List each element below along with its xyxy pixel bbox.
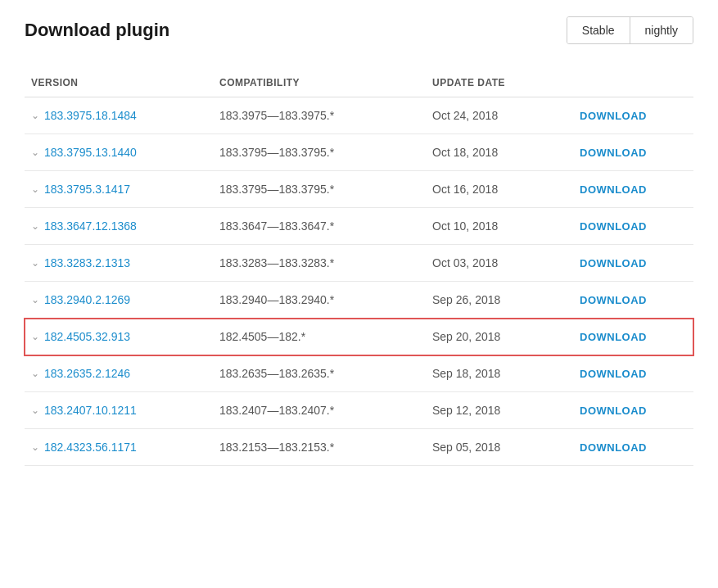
table-row: ⌄ 183.3647.12.1368 183.3647—183.3647.* O… bbox=[25, 208, 693, 245]
table-row: ⌄ 183.3975.18.1484 183.3975—183.3975.* O… bbox=[25, 97, 693, 134]
download-cell: DOWNLOAD bbox=[573, 319, 693, 355]
plugin-table-container: VERSION COMPATIBILITY UPDATE DATE ⌄ 183.… bbox=[0, 52, 718, 482]
col-header-download bbox=[573, 69, 693, 97]
version-cell: ⌄ 183.2407.10.1211 bbox=[25, 392, 213, 429]
download-cell: DOWNLOAD bbox=[573, 245, 693, 282]
update-date-cell: Sep 20, 2018 bbox=[426, 319, 573, 355]
expand-chevron-icon[interactable]: ⌄ bbox=[31, 405, 39, 416]
version-link[interactable]: 182.4505.32.913 bbox=[44, 330, 130, 343]
download-button[interactable]: DOWNLOAD bbox=[580, 183, 647, 196]
version-cell: ⌄ 183.3647.12.1368 bbox=[25, 208, 213, 245]
update-date-cell: Sep 18, 2018 bbox=[426, 355, 573, 392]
page-title: Download plugin bbox=[25, 20, 169, 41]
col-header-compatibility: COMPATIBILITY bbox=[213, 69, 426, 97]
plugin-table: VERSION COMPATIBILITY UPDATE DATE ⌄ 183.… bbox=[25, 69, 693, 466]
table-row: ⌄ 182.4505.32.913 182.4505—182.* Sep 20,… bbox=[25, 319, 693, 355]
expand-chevron-icon[interactable]: ⌄ bbox=[31, 257, 39, 269]
version-link[interactable]: 183.3795.13.1440 bbox=[44, 146, 137, 159]
page-header: Download plugin Stable nightly bbox=[0, 0, 718, 52]
compatibility-cell: 183.2635—183.2635.* bbox=[213, 355, 426, 392]
update-date-cell: Sep 26, 2018 bbox=[426, 282, 573, 319]
version-link[interactable]: 183.2407.10.1211 bbox=[44, 404, 137, 417]
version-cell: ⌄ 183.2940.2.1269 bbox=[25, 282, 213, 319]
nightly-toggle-button[interactable]: nightly bbox=[630, 17, 693, 43]
expand-chevron-icon[interactable]: ⌄ bbox=[31, 220, 39, 232]
update-date-cell: Sep 12, 2018 bbox=[426, 392, 573, 429]
compatibility-cell: 183.3795—183.3795.* bbox=[213, 171, 426, 208]
table-body: ⌄ 183.3975.18.1484 183.3975—183.3975.* O… bbox=[25, 97, 693, 466]
download-cell: DOWNLOAD bbox=[573, 392, 693, 429]
expand-chevron-icon[interactable]: ⌄ bbox=[31, 183, 39, 195]
download-button[interactable]: DOWNLOAD bbox=[580, 257, 647, 269]
expand-chevron-icon[interactable]: ⌄ bbox=[31, 441, 39, 453]
version-link[interactable]: 183.2635.2.1246 bbox=[44, 367, 130, 380]
download-button[interactable]: DOWNLOAD bbox=[580, 147, 647, 159]
table-row: ⌄ 183.2940.2.1269 183.2940—183.2940.* Se… bbox=[25, 282, 693, 319]
download-button[interactable]: DOWNLOAD bbox=[580, 441, 647, 454]
version-cell: ⌄ 182.4323.56.1171 bbox=[25, 429, 213, 466]
update-date-cell: Sep 05, 2018 bbox=[426, 429, 573, 466]
table-row: ⌄ 183.2407.10.1211 183.2407—183.2407.* S… bbox=[25, 392, 693, 429]
download-cell: DOWNLOAD bbox=[573, 208, 693, 245]
table-row: ⌄ 183.3795.3.1417 183.3795—183.3795.* Oc… bbox=[25, 171, 693, 208]
expand-chevron-icon[interactable]: ⌄ bbox=[31, 294, 39, 305]
version-link[interactable]: 182.4323.56.1171 bbox=[44, 441, 137, 454]
compatibility-cell: 183.3795—183.3795.* bbox=[213, 134, 426, 171]
compatibility-cell: 183.3647—183.3647.* bbox=[213, 208, 426, 245]
col-header-update-date: UPDATE DATE bbox=[426, 69, 573, 97]
download-cell: DOWNLOAD bbox=[573, 282, 693, 319]
compatibility-cell: 183.3283—183.3283.* bbox=[213, 245, 426, 282]
col-header-version: VERSION bbox=[25, 69, 213, 97]
version-link[interactable]: 183.3795.3.1417 bbox=[44, 183, 130, 196]
update-date-cell: Oct 16, 2018 bbox=[426, 171, 573, 208]
version-link[interactable]: 183.3647.12.1368 bbox=[44, 219, 137, 233]
version-cell: ⌄ 183.3283.2.1313 bbox=[25, 245, 213, 282]
expand-chevron-icon[interactable]: ⌄ bbox=[31, 147, 39, 158]
version-cell: ⌄ 183.2635.2.1246 bbox=[25, 355, 213, 392]
download-button[interactable]: DOWNLOAD bbox=[580, 368, 647, 380]
compatibility-cell: 183.2153—183.2153.* bbox=[213, 429, 426, 466]
expand-chevron-icon[interactable]: ⌄ bbox=[31, 368, 39, 379]
download-cell: DOWNLOAD bbox=[573, 355, 693, 392]
compatibility-cell: 183.2407—183.2407.* bbox=[213, 392, 426, 429]
version-cell: ⌄ 183.3795.3.1417 bbox=[25, 171, 213, 208]
update-date-cell: Oct 10, 2018 bbox=[426, 208, 573, 245]
download-cell: DOWNLOAD bbox=[573, 134, 693, 171]
update-date-cell: Oct 18, 2018 bbox=[426, 134, 573, 171]
update-date-cell: Oct 03, 2018 bbox=[426, 245, 573, 282]
version-link[interactable]: 183.2940.2.1269 bbox=[44, 293, 130, 306]
version-cell: ⌄ 183.3795.13.1440 bbox=[25, 134, 213, 171]
version-toggle-group: Stable nightly bbox=[567, 16, 693, 44]
download-button[interactable]: DOWNLOAD bbox=[580, 294, 647, 306]
compatibility-cell: 182.4505—182.* bbox=[213, 319, 426, 355]
compatibility-cell: 183.2940—183.2940.* bbox=[213, 282, 426, 319]
update-date-cell: Oct 24, 2018 bbox=[426, 97, 573, 134]
table-row: ⌄ 183.3795.13.1440 183.3795—183.3795.* O… bbox=[25, 134, 693, 171]
download-button[interactable]: DOWNLOAD bbox=[580, 110, 647, 122]
download-cell: DOWNLOAD bbox=[573, 97, 693, 134]
download-button[interactable]: DOWNLOAD bbox=[580, 220, 647, 233]
version-cell: ⌄ 183.3975.18.1484 bbox=[25, 97, 213, 134]
download-button[interactable]: DOWNLOAD bbox=[580, 331, 647, 343]
version-link[interactable]: 183.3975.18.1484 bbox=[44, 109, 137, 122]
download-button[interactable]: DOWNLOAD bbox=[580, 405, 647, 417]
table-row: ⌄ 183.3283.2.1313 183.3283—183.3283.* Oc… bbox=[25, 245, 693, 282]
download-cell: DOWNLOAD bbox=[573, 429, 693, 466]
stable-toggle-button[interactable]: Stable bbox=[567, 17, 630, 43]
expand-chevron-icon[interactable]: ⌄ bbox=[31, 331, 39, 342]
compatibility-cell: 183.3975—183.3975.* bbox=[213, 97, 426, 134]
table-row: ⌄ 182.4323.56.1171 183.2153—183.2153.* S… bbox=[25, 429, 693, 466]
version-link[interactable]: 183.3283.2.1313 bbox=[44, 256, 130, 269]
expand-chevron-icon[interactable]: ⌄ bbox=[31, 110, 39, 121]
download-cell: DOWNLOAD bbox=[573, 171, 693, 208]
table-header: VERSION COMPATIBILITY UPDATE DATE bbox=[25, 69, 693, 97]
table-row: ⌄ 183.2635.2.1246 183.2635—183.2635.* Se… bbox=[25, 355, 693, 392]
version-cell: ⌄ 182.4505.32.913 bbox=[25, 319, 213, 355]
